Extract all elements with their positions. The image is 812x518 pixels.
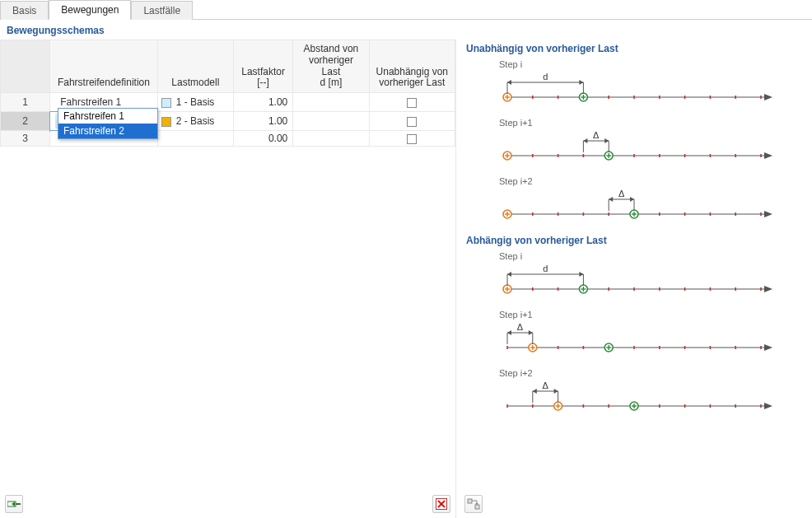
section-independent-title: Unabhängig von vorheriger Last <box>464 40 807 56</box>
delete-button[interactable] <box>432 495 450 513</box>
cell-dist[interactable] <box>293 131 369 147</box>
svg-marker-54 <box>604 138 609 143</box>
tab-movements[interactable]: Bewegungen <box>49 0 131 20</box>
svg-text:Δ: Δ <box>618 189 625 198</box>
svg-marker-82 <box>764 286 772 292</box>
cell-model[interactable]: 1 - Basis <box>157 93 233 112</box>
diagram: Δ <box>464 186 807 231</box>
cell-dist[interactable] <box>293 93 369 112</box>
step-label: Step i <box>464 248 807 261</box>
step-label: Step i+1 <box>464 306 807 320</box>
svg-marker-153 <box>533 389 537 394</box>
col-factor[interactable]: Lastfaktor [--] <box>234 40 293 93</box>
svg-marker-129 <box>529 330 533 335</box>
svg-marker-57 <box>764 211 772 217</box>
tab-bar: Basis Bewegungen Lastfälle <box>0 0 812 20</box>
svg-marker-53 <box>583 138 587 143</box>
model-swatch <box>161 98 171 108</box>
svg-text:d: d <box>543 72 548 82</box>
lane-dropdown[interactable]: Fahrstreifen 1 Fahrstreifen 2 <box>58 108 158 139</box>
insert-row-button[interactable] <box>5 495 23 513</box>
diagram: Δ <box>464 320 807 365</box>
col-dist[interactable]: Abstand von vorheriger Last d [m] <box>293 40 369 93</box>
svg-text:Δ: Δ <box>593 130 600 140</box>
tab-basis[interactable]: Basis <box>0 1 49 20</box>
svg-marker-132 <box>764 403 772 409</box>
svg-marker-32 <box>764 152 772 159</box>
svg-rect-157 <box>475 505 479 509</box>
cell-factor[interactable]: 1.00 <box>234 93 293 112</box>
svg-marker-7 <box>764 94 772 100</box>
cell-factor[interactable]: 0.00 <box>234 131 293 147</box>
cell-indep[interactable] <box>369 93 455 112</box>
col-model[interactable]: Lastmodell <box>157 40 233 93</box>
diagram: d <box>464 261 807 306</box>
row-number[interactable]: 2 <box>1 112 50 131</box>
cell-indep[interactable] <box>369 112 455 131</box>
svg-marker-79 <box>630 197 634 202</box>
svg-rect-156 <box>468 499 472 503</box>
svg-marker-28 <box>507 80 511 85</box>
svg-marker-103 <box>507 272 511 277</box>
section-dependent-title: Abhängig von vorheriger Last <box>464 231 807 248</box>
checkbox[interactable] <box>407 117 417 127</box>
cell-dist[interactable] <box>293 112 369 131</box>
row-number[interactable]: 3 <box>1 131 50 147</box>
svg-text:Δ: Δ <box>543 380 549 390</box>
svg-marker-128 <box>507 330 511 335</box>
diagram: Δ <box>464 378 807 423</box>
dropdown-option[interactable]: Fahrstreifen 2 <box>58 124 157 138</box>
step-label: Step i+1 <box>464 114 807 128</box>
tab-loadcases[interactable]: Lastfälle <box>131 1 193 20</box>
diagram: Δ <box>464 128 807 173</box>
step-label: Step i+2 <box>464 365 807 378</box>
panel-title: Bewegungsschemas <box>0 20 812 40</box>
step-label: Step i+2 <box>464 173 807 186</box>
svg-marker-104 <box>579 272 583 277</box>
delete-x-icon <box>436 498 447 510</box>
checkbox[interactable] <box>407 134 417 144</box>
svg-marker-107 <box>764 344 772 351</box>
step-label: Step i <box>464 56 807 69</box>
model-swatch <box>161 117 171 127</box>
cell-factor[interactable]: 1.00 <box>234 112 293 131</box>
svg-text:d: d <box>543 264 548 273</box>
svg-marker-154 <box>554 389 558 394</box>
col-lane[interactable]: Fahrstreifendefinition <box>50 40 157 93</box>
insert-row-icon <box>7 498 21 510</box>
svg-text:Δ: Δ <box>517 322 524 332</box>
dropdown-option[interactable]: Fahrstreifen 1 <box>58 109 157 124</box>
grid-corner <box>1 40 50 93</box>
svg-marker-29 <box>579 80 583 85</box>
cell-indep[interactable] <box>369 131 455 147</box>
cell-model[interactable]: 2 - Basis <box>157 112 233 131</box>
svg-marker-78 <box>609 197 613 202</box>
cell-model[interactable] <box>157 131 233 147</box>
col-indep[interactable]: Unabhängig von vorheriger Last <box>369 40 455 93</box>
row-number[interactable]: 1 <box>1 93 50 112</box>
reorder-button[interactable] <box>464 495 483 513</box>
checkbox[interactable] <box>407 98 417 108</box>
reorder-icon <box>467 498 480 510</box>
diagram: d <box>464 69 807 114</box>
